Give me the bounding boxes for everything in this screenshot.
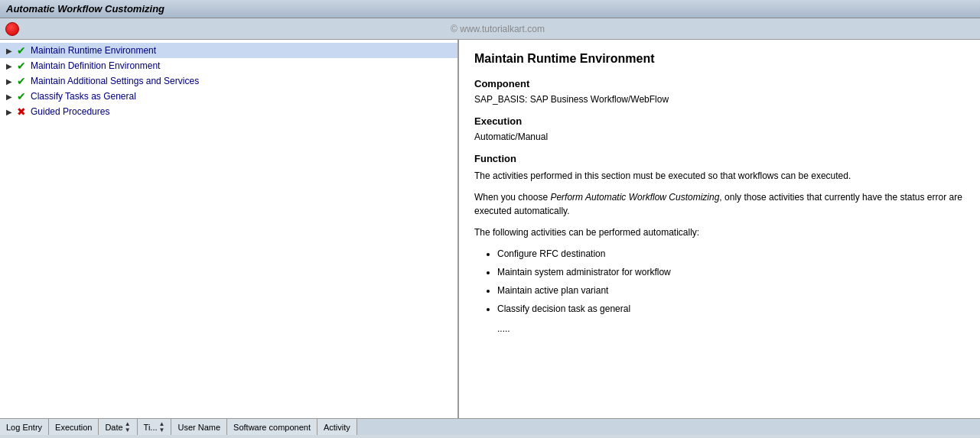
status-tab-log-entry[interactable]: Log Entry xyxy=(0,419,49,435)
status-tab-activity[interactable]: Activity xyxy=(317,419,357,435)
status-bar: Log Entry Execution Date ▲▼ Ti... ▲▼ Use… xyxy=(0,418,980,435)
right-panel: Maintain Runtime Environment Component S… xyxy=(459,40,980,418)
check-icon-maintain-definition: ✔ xyxy=(15,60,28,72)
title-bar: Automatic Workflow Customizing xyxy=(0,0,980,18)
expand-arrow-maintain-runtime: ▶ xyxy=(5,46,14,55)
tree-item-guided-procedures[interactable]: ▶ ✖ Guided Procedures xyxy=(0,104,457,119)
tree-label-maintain-additional: Maintain Additional Settings and Service… xyxy=(31,76,199,86)
status-tab-user-name[interactable]: User Name xyxy=(171,419,227,435)
tree-label-classify-tasks: Classify Tasks as General xyxy=(31,91,136,102)
red-circle-icon xyxy=(5,22,19,36)
check-icon-guided-procedures: ✖ xyxy=(15,105,28,118)
body-text-1: The activities performed in this section… xyxy=(474,169,965,183)
left-panel: ▶ ✔ Maintain Runtime Environment ▶ ✔ Mai… xyxy=(0,40,459,418)
body-text-2: When you choose Perform Automatic Workfl… xyxy=(474,190,965,218)
bullet-item-1: Maintain system administrator for workfl… xyxy=(497,265,965,279)
tree-label-guided-procedures: Guided Procedures xyxy=(31,106,109,117)
expand-arrow-maintain-definition: ▶ xyxy=(5,61,14,70)
toolbar: © www.tutorialkart.com xyxy=(0,18,980,40)
body-text-2-italic: Perform Automatic Workflow Customizing xyxy=(550,192,719,203)
execution-label: Execution xyxy=(474,115,965,127)
main-content: ▶ ✔ Maintain Runtime Environment ▶ ✔ Mai… xyxy=(0,40,980,418)
app-title: Automatic Workflow Customizing xyxy=(6,3,164,15)
ellipsis-text: ..... xyxy=(497,323,965,334)
component-label: Component xyxy=(474,78,965,89)
tree-item-maintain-definition[interactable]: ▶ ✔ Maintain Definition Environment xyxy=(0,58,457,73)
status-tab-software-component[interactable]: Software component xyxy=(227,419,317,435)
execution-value: Automatic/Manual xyxy=(474,131,965,142)
status-tab-ti[interactable]: Ti... ▲▼ xyxy=(138,419,172,435)
check-icon-maintain-additional: ✔ xyxy=(15,75,28,87)
bullet-item-0: Configure RFC destination xyxy=(497,247,965,261)
check-icon-classify-tasks: ✔ xyxy=(15,90,28,102)
status-tab-date-inner: Date ▲▼ xyxy=(105,421,130,433)
bullet-list: Configure RFC destination Maintain syste… xyxy=(474,247,965,316)
watermark: © www.tutorialkart.com xyxy=(20,24,975,34)
bullet-item-3: Classify decision task as general xyxy=(497,302,965,316)
status-tab-date[interactable]: Date ▲▼ xyxy=(99,419,137,435)
tree-label-maintain-runtime: Maintain Runtime Environment xyxy=(31,45,156,56)
component-value: SAP_BASIS: SAP Business Workflow/WebFlow xyxy=(474,94,965,105)
expand-arrow-guided-procedures: ▶ xyxy=(5,107,14,116)
tree-item-maintain-runtime[interactable]: ▶ ✔ Maintain Runtime Environment xyxy=(0,43,457,58)
check-icon-maintain-runtime: ✔ xyxy=(15,44,28,57)
function-label: Function xyxy=(474,153,965,164)
status-tab-execution[interactable]: Execution xyxy=(49,419,99,435)
expand-arrow-classify-tasks: ▶ xyxy=(5,92,14,101)
tree-item-classify-tasks[interactable]: ▶ ✔ Classify Tasks as General xyxy=(0,89,457,104)
sort-arrows-date: ▲▼ xyxy=(125,421,131,433)
tree-item-maintain-additional[interactable]: ▶ ✔ Maintain Additional Settings and Ser… xyxy=(0,73,457,89)
bullet-item-2: Maintain active plan variant xyxy=(497,284,965,297)
right-panel-heading: Maintain Runtime Environment xyxy=(474,52,965,66)
sort-arrows-ti: ▲▼ xyxy=(159,421,165,433)
status-tab-ti-inner: Ti... ▲▼ xyxy=(144,421,165,433)
tree-label-maintain-definition: Maintain Definition Environment xyxy=(31,60,160,71)
expand-arrow-maintain-additional: ▶ xyxy=(5,76,14,86)
body-text-3: The following activities can be performe… xyxy=(474,225,965,239)
toolbar-icon-back[interactable] xyxy=(5,21,20,37)
body-text-2-before: When you choose xyxy=(474,192,550,203)
